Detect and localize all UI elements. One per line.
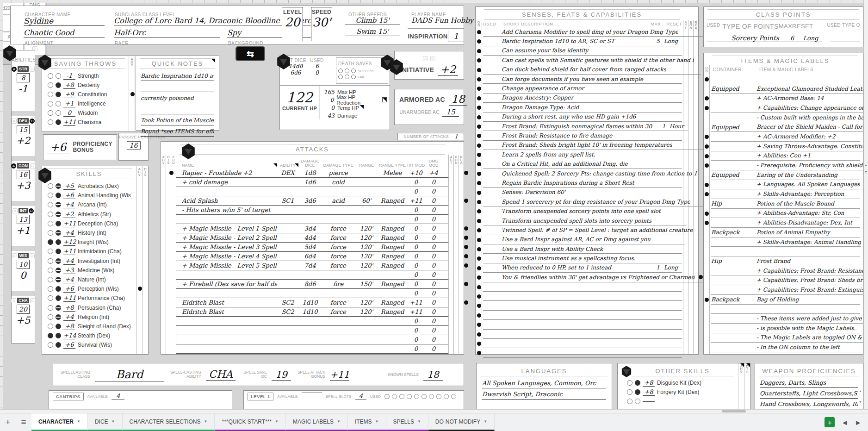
item-row[interactable]: Equipped Earing of the Understanding [704, 170, 863, 180]
item-row[interactable] [704, 75, 863, 84]
damage-value[interactable]: 43 [321, 112, 335, 119]
skill-proficiency-circle[interactable] [56, 295, 61, 301]
item-row[interactable]: Equipped Bracer of the Shield Maiden - C… [704, 122, 863, 132]
dice-swap-button[interactable]: ⇆ [236, 46, 265, 61]
spell-slot-circle[interactable] [414, 394, 419, 399]
number-of-attacks-value[interactable]: 1 [452, 133, 461, 140]
skill-expertise-circle[interactable] [48, 324, 53, 329]
item-row[interactable]: + Saving Throws-Advantage: Constitution [704, 142, 863, 151]
death-save-fail-circle[interactable] [345, 75, 349, 79]
item-row[interactable]: + Abilities-Advantage: Str, Con [704, 209, 863, 219]
feat-row[interactable]: Can forge documents if you have seen an … [476, 75, 698, 84]
skill-expertise-circle[interactable] [48, 249, 53, 254]
other-speed-swim[interactable]: Swim 15' [345, 27, 400, 36]
save-proficiency-circle[interactable] [56, 73, 61, 79]
item-row[interactable] [704, 305, 863, 314]
save-checkbox[interactable] [48, 119, 53, 125]
item-row[interactable]: Equipped Exceptional Glamoured Studded L… [704, 84, 863, 94]
ability-score[interactable]: 20 [17, 305, 30, 314]
sheet-tab[interactable]: ITEMS ▼ [348, 413, 386, 431]
cantrips-available-value[interactable]: 4 [112, 393, 124, 400]
feat-row[interactable]: Frost Brand: Extinguish nonmagical flame… [476, 122, 698, 131]
skill-proficiency-circle[interactable] [56, 183, 61, 189]
save-proficiency-circle[interactable] [56, 101, 61, 106]
attack-row[interactable]: 0 0 [161, 215, 464, 224]
attack-row[interactable]: 0 0 [161, 326, 464, 335]
sheet-tab[interactable]: DICE ▼ [88, 413, 123, 431]
known-spells-value[interactable]: 18 [423, 369, 443, 381]
death-save-fail-circle[interactable] [338, 75, 343, 79]
save-advantage-dot[interactable] [130, 92, 135, 96]
item-on-dot[interactable] [705, 183, 709, 187]
feat-row[interactable]: Transform unexpended sorcery points into… [476, 206, 698, 216]
skill-expertise-circle[interactable] [48, 258, 53, 264]
chevron-down-icon[interactable]: ▼ [204, 419, 208, 424]
item-row[interactable]: - Custom built with openings in the back… [704, 113, 863, 123]
sheet-tab[interactable]: CHARACTER SELECTIONS ▼ [123, 413, 215, 431]
scroll-up-icon[interactable]: ▲ [859, 389, 862, 393]
item-row[interactable]: + Capabilities: Frost Brand: Resistance … [704, 266, 863, 276]
item-row[interactable]: + AC-Armored Base: 14 [704, 94, 863, 103]
feat-row[interactable]: Senses: Darkvision 60' [476, 188, 698, 197]
item-on-dot[interactable] [705, 106, 709, 110]
current-hp-value[interactable]: 122 [286, 89, 313, 106]
attack-row[interactable]: + Magic Missile - Level 1 Spell Slot 3d4… [161, 224, 464, 233]
skill-proficiency-circle[interactable] [56, 230, 61, 236]
skill-proficiency-circle[interactable] [56, 314, 61, 320]
death-save-fail-circle[interactable] [351, 75, 356, 79]
attack-row[interactable]: 0 0 [161, 317, 464, 326]
feat-row[interactable]: Change appearance of armor [476, 84, 698, 93]
attack-row[interactable]: + Magic Missile - Level 2 Spell Slot 4d4… [161, 233, 464, 243]
skill-expertise-circle[interactable] [48, 342, 53, 348]
feat-row[interactable]: When reduced to 0 HP, set to 1 instead 1… [476, 263, 698, 273]
skill-expertise-circle[interactable] [48, 183, 53, 189]
skill-proficiency-circle[interactable] [56, 193, 61, 198]
attack-row[interactable]: 0 0 [161, 187, 464, 196]
attack-row[interactable]: Eldritch Blast SC2 1d10 force 120' Range… [161, 298, 464, 307]
weapon-proficiency-line[interactable]: Daggers, Darts, Slings [760, 377, 858, 388]
feat-row[interactable] [476, 348, 698, 357]
disadvantage-icon[interactable]: D [430, 56, 435, 61]
hit-dice-used-value[interactable]: 6 [308, 63, 326, 69]
item-row[interactable]: + Skills-Advantage: Perception [704, 189, 863, 199]
skill-expertise-circle[interactable] [48, 239, 53, 245]
feat-row[interactable]: Regain Bardic Inspirations during a Shor… [476, 178, 698, 187]
attack-row[interactable]: 0 0 [161, 289, 464, 298]
skill-expertise-circle[interactable] [48, 212, 53, 217]
chevron-down-icon[interactable]: ▼ [337, 419, 341, 424]
new-item-button[interactable]: + [825, 417, 835, 427]
ability-score[interactable]: 15 [17, 125, 30, 134]
feat-row[interactable] [476, 311, 698, 320]
disadvantage-icon[interactable]: D [30, 67, 35, 72]
spell-slot-circle[interactable] [451, 394, 456, 399]
weapon-proficiency-line[interactable]: Quarterstaffs, Light Crossbows,Simple [760, 388, 858, 399]
advantage-icon[interactable]: A [423, 56, 428, 61]
feat-row[interactable] [476, 282, 698, 292]
ability-score[interactable]: 8 [17, 73, 30, 82]
skill-proficiency-circle[interactable] [56, 342, 61, 348]
item-row[interactable]: - These items were added just to give a … [704, 314, 863, 324]
feat-row[interactable]: Use musical instrument as a spellcasting… [476, 254, 698, 263]
add-sheet-button[interactable]: + [0, 413, 16, 431]
item-row[interactable]: - is possible with the Magic Labels. [704, 324, 863, 333]
spell-slot-circle[interactable] [444, 394, 449, 399]
attack-row[interactable]: 0 0 [161, 335, 464, 344]
advantage-icon[interactable]: A [11, 163, 16, 169]
inspiration-value[interactable]: 1 [448, 31, 464, 42]
skill-expertise-circle[interactable] [48, 230, 53, 236]
scroll-tabs-left-icon[interactable]: ◄ [841, 419, 848, 426]
skill-expertise-circle[interactable] [48, 268, 53, 273]
sheet-tab[interactable]: MAGIC LABELS ▼ [286, 413, 348, 431]
advantage-icon[interactable]: A [12, 67, 17, 72]
skill-proficiency-circle[interactable] [56, 277, 61, 282]
spell-slot-circle[interactable] [392, 394, 397, 399]
death-save-success-circle[interactable] [351, 69, 356, 73]
feat-row[interactable]: Bardic Inspiration 1d10 to AR, SC or ST … [476, 37, 698, 46]
spellcasting-class-value[interactable]: Bard [95, 368, 164, 381]
character-name-value[interactable]: Syldine [24, 16, 105, 26]
feat-row[interactable]: Spend 1 sorcerery pt for dmg resistance … [476, 197, 698, 206]
skill-proficiency-circle[interactable] [56, 333, 61, 338]
advantage-icon[interactable]: A [12, 253, 17, 258]
item-row[interactable]: + Capabilities: Frost Brand: Extinguish … [704, 285, 863, 295]
feat-row[interactable]: Use a Bard Inspr with Ability Check [476, 244, 698, 254]
